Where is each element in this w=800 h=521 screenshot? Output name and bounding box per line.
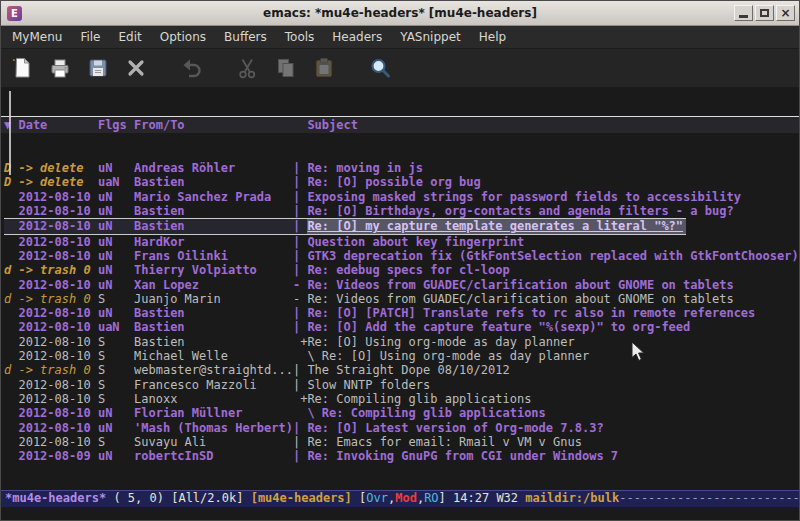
- titlebar[interactable]: E emacs: *mu4e-headers* [mu4e-headers] ×: [1, 1, 799, 26]
- menu-item-headers[interactable]: Headers: [323, 27, 391, 47]
- message-flags: S: [98, 349, 134, 363]
- minimize-icon: [739, 15, 748, 18]
- message-row[interactable]: 2012-08-10SFrancesco Mazzoli|Slow NNTP f…: [4, 378, 799, 392]
- message-date: -> trash 0: [18, 263, 97, 277]
- message-date: 2012-08-10: [18, 249, 97, 263]
- message-subject: Re: [O] possible org bug: [307, 175, 799, 189]
- menu-item-file[interactable]: File: [71, 27, 109, 47]
- menu-item-mymenu[interactable]: MyMenu: [3, 27, 71, 47]
- message-mark: [4, 278, 18, 292]
- message-row[interactable]: 2012-08-10uNBastien|Re: [O] [PATCH] Tran…: [4, 306, 799, 320]
- message-from: Suvayu Ali: [134, 435, 293, 449]
- message-row[interactable]: D-> deleteuNAndreas Röhler|Re: moving in…: [4, 161, 799, 175]
- message-from: Bastien: [134, 219, 293, 233]
- message-from: Lanoxx: [134, 392, 293, 406]
- maximize-button[interactable]: [755, 5, 774, 21]
- message-row[interactable]: 2012-08-10uNXan Lopez-Re: Videos from GU…: [4, 278, 799, 292]
- message-row[interactable]: d-> trash 0Swebmaster@straightd...|The S…: [4, 363, 799, 377]
- message-row[interactable]: d-> trash 0uNThierry Volpiatto|Re: edebu…: [4, 263, 799, 277]
- message-subject: \ Re: Compiling glib applications: [307, 406, 799, 420]
- message-row[interactable]: D-> deleteuaNBastien|Re: [O] possible or…: [4, 175, 799, 189]
- sort-direction-icon: ▼: [4, 117, 18, 133]
- message-row[interactable]: 2012-08-10uNMario Sanchez Prada|Exposing…: [4, 190, 799, 204]
- save-button[interactable]: [85, 55, 111, 81]
- print-icon: [48, 56, 72, 80]
- message-from: HardKor: [134, 235, 293, 249]
- thread-separator: |: [293, 249, 307, 263]
- message-flags: uN: [98, 161, 134, 175]
- thread-separator: +: [293, 335, 307, 349]
- message-row[interactable]: 2012-08-09uNrobertcInSD|Re: Invoking Gnu…: [4, 449, 799, 463]
- message-date: 2012-08-10: [18, 320, 97, 334]
- copy-button[interactable]: [273, 55, 299, 81]
- message-row[interactable]: 2012-08-10SBastien +Re: [O] Using org-mo…: [4, 335, 799, 349]
- message-flags: uN: [98, 249, 134, 263]
- message-row[interactable]: 2012-08-10uNBastien|Re: [O] my capture t…: [4, 218, 686, 234]
- kill-buffer-button[interactable]: [123, 55, 149, 81]
- message-row[interactable]: 2012-08-10uNFlorian Müllner\ Re: Compili…: [4, 406, 799, 420]
- paste-button[interactable]: [311, 55, 337, 81]
- column-header-separator: [293, 117, 307, 133]
- cut-button[interactable]: [235, 55, 261, 81]
- message-row[interactable]: 2012-08-10uNBastien|Re: [O] Birthdays, o…: [4, 204, 799, 218]
- thread-separator: |: [293, 161, 307, 175]
- headers-buffer[interactable]: ▼ Date Flgs From/To Subject D-> deleteuN…: [1, 87, 799, 490]
- print-button[interactable]: [47, 55, 73, 81]
- minimize-button[interactable]: [734, 5, 753, 21]
- scrollbar-thumb[interactable]: [9, 91, 11, 175]
- message-from: Xan Lopez: [134, 278, 293, 292]
- message-row[interactable]: d-> trash 0SJuanjo Marin-Re: Videos from…: [4, 292, 799, 306]
- message-mark: D: [4, 175, 18, 189]
- message-subject: The Straight Dope 08/10/2012: [307, 363, 799, 377]
- menu-item-yasnippet[interactable]: YASnippet: [391, 27, 470, 47]
- menu-item-tools[interactable]: Tools: [276, 27, 324, 47]
- column-headers[interactable]: ▼ Date Flgs From/To Subject: [1, 116, 799, 133]
- undo-button[interactable]: [179, 55, 205, 81]
- message-subject: Re: [O] [PATCH] Translate refs to rc als…: [307, 306, 799, 320]
- echo-area[interactable]: [1, 507, 799, 520]
- message-flags: uN: [98, 278, 134, 292]
- thread-separator: |: [293, 235, 307, 249]
- maximize-icon: [760, 9, 769, 17]
- message-mark: [4, 406, 18, 420]
- menu-item-help[interactable]: Help: [470, 27, 515, 47]
- column-header-subject: Subject: [307, 117, 799, 133]
- search-button[interactable]: [367, 55, 393, 81]
- message-row[interactable]: 2012-08-10uNHardKor|Question about key f…: [4, 235, 799, 249]
- toolbar-group-edit: [235, 55, 337, 81]
- message-flags: S: [98, 363, 134, 377]
- thread-separator: |: [293, 421, 307, 435]
- toolbar-group-file: [9, 55, 149, 81]
- message-row[interactable]: 2012-08-10uN'Mash (Thomas Herbert)|Re: […: [4, 421, 799, 435]
- kill-buffer-icon: [124, 56, 148, 80]
- message-row[interactable]: 2012-08-10SSuvayu Ali|Re: Emacs for emai…: [4, 435, 799, 449]
- message-row[interactable]: 2012-08-10uNFrans Oilinki|GTK3 deprecati…: [4, 249, 799, 263]
- message-mark: d: [4, 263, 18, 277]
- new-file-button[interactable]: [9, 55, 35, 81]
- message-mark: [4, 235, 18, 249]
- message-flags: uN: [98, 219, 134, 233]
- message-mark: [4, 349, 18, 363]
- message-mark: [4, 435, 18, 449]
- message-date: 2012-08-10: [18, 378, 97, 392]
- message-from: webmaster@straightd...: [134, 363, 293, 377]
- close-button[interactable]: ×: [776, 5, 795, 21]
- message-subject: Re: edebug specs for cl-loop: [307, 263, 799, 277]
- message-subject: Re: [O] my capture template generates a …: [307, 219, 686, 233]
- mode-line[interactable]: *mu4e-headers* ( 5, 0) [All/2.0k] [mu4e-…: [1, 490, 799, 507]
- message-row[interactable]: 2012-08-10SMichael Welle\ Re: [O] Using …: [4, 349, 799, 363]
- message-row[interactable]: 2012-08-10uaNBastien|Re: [O] Add the cap…: [4, 320, 799, 334]
- message-row[interactable]: 2012-08-10SLanoxx +Re: Compiling glib ap…: [4, 392, 799, 406]
- thread-separator: -: [293, 292, 307, 306]
- message-subject: Re: Videos from GUADEC/clarification abo…: [307, 278, 799, 292]
- message-subject: Re: [O] Birthdays, org-contacts and agen…: [307, 204, 799, 218]
- menu-item-buffers[interactable]: Buffers: [215, 27, 276, 47]
- menu-item-options[interactable]: Options: [151, 27, 215, 47]
- message-flags: uN: [98, 406, 134, 420]
- menu-item-edit[interactable]: Edit: [110, 27, 151, 47]
- message-date: -> trash 0: [18, 363, 97, 377]
- thread-separator: |: [293, 204, 307, 218]
- modeline-flag-readonly: RO: [424, 491, 438, 505]
- message-flags: uN: [98, 190, 134, 204]
- message-flags: uN: [98, 421, 134, 435]
